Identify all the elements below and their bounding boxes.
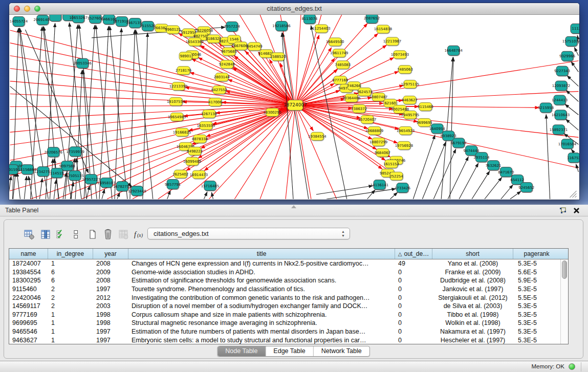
graph-node-label: 116753 bbox=[567, 156, 579, 160]
graph-node-label: 2718176 bbox=[176, 69, 191, 73]
column-header-pagerank[interactable]: pagerank bbox=[513, 249, 560, 259]
column-header-year[interactable]: year bbox=[93, 249, 128, 259]
network-canvas[interactable]: 1405572420691406106532671527602646616010… bbox=[9, 15, 579, 199]
column-header-title[interactable]: title bbox=[128, 249, 395, 259]
graph-node-label: 10807487 bbox=[369, 95, 387, 99]
graph-node-label: 7957224 bbox=[224, 25, 241, 29]
table-cell: 2008 bbox=[93, 260, 128, 267]
new-column-icon[interactable] bbox=[86, 228, 99, 240]
zoom-window-icon[interactable] bbox=[34, 6, 40, 12]
table-cell: Nakamura et al. (1997) bbox=[432, 328, 513, 335]
graph-node-label: 8471670 bbox=[498, 170, 514, 174]
resize-grip-icon[interactable] bbox=[570, 191, 577, 198]
column-header-short[interactable]: short bbox=[432, 249, 513, 259]
graph-node-label: 16210643 bbox=[552, 113, 570, 117]
table-row[interactable]: 1872400712008Changes of HCN gene express… bbox=[9, 259, 568, 268]
graph-node-label: 12505135 bbox=[66, 174, 83, 178]
table-cell: Yano et al. (2008) bbox=[432, 260, 513, 267]
status-bar: Memory: OK bbox=[0, 361, 588, 372]
graph-node-label: 9215958 bbox=[538, 106, 554, 110]
table-cell: Investigating the contribution of common… bbox=[128, 294, 395, 301]
table-cell: 0 bbox=[395, 302, 432, 310]
graph-node-label: 20206576 bbox=[45, 150, 62, 155]
graph-node-label: 9242848 bbox=[219, 62, 235, 67]
table-cell: 5.9E-5 bbox=[513, 277, 560, 284]
column-header-name[interactable]: name bbox=[9, 249, 48, 259]
table-row[interactable]: 1830029562008Estimation of significance … bbox=[9, 276, 568, 285]
table-row[interactable]: 1456911722003Disruption of a novel membe… bbox=[9, 302, 568, 311]
citation-network-graph[interactable]: 1405572420691406106532671527602646616010… bbox=[9, 15, 579, 199]
network-view-window[interactable]: citations_edges.txt 14055724206914061065… bbox=[9, 3, 579, 200]
graph-node-label: 2087652 bbox=[364, 16, 380, 20]
column-header-out_de[interactable]: △out_de… bbox=[395, 249, 432, 259]
window-title: citations_edges.txt bbox=[9, 3, 579, 14]
graph-node-label: 19384554 bbox=[308, 135, 326, 139]
float-window-icon[interactable] bbox=[558, 206, 568, 215]
table-cell: 2 bbox=[48, 302, 93, 310]
graph-node-label: 10653267 bbox=[69, 16, 87, 20]
graph-node-label: 17016504 bbox=[558, 142, 577, 146]
function-builder-icon[interactable]: f (x) bbox=[132, 228, 147, 240]
minimize-window-icon[interactable] bbox=[24, 6, 30, 12]
table-cell: Wolkin et al. (1998) bbox=[432, 319, 513, 326]
table-row[interactable]: 977716911998Corpus callosum shape and si… bbox=[9, 311, 568, 319]
graph-node-label: 12213987 bbox=[383, 39, 401, 43]
table-row[interactable]: 946554611997Estimation of the future num… bbox=[9, 327, 568, 336]
column-checklist-icon[interactable] bbox=[54, 228, 67, 240]
column-settings-icon[interactable] bbox=[23, 228, 36, 240]
memory-ok-indicator-icon[interactable] bbox=[569, 363, 575, 370]
table-source-value: citations_edges.txt bbox=[154, 230, 209, 237]
graph-node-label: 9474444 bbox=[464, 149, 480, 153]
select-stepper-icon: ▲▼ bbox=[341, 230, 345, 238]
graph-node-label: 20364486 bbox=[342, 96, 360, 100]
graph-node-label: 2935114 bbox=[473, 156, 490, 160]
close-window-icon[interactable] bbox=[14, 6, 20, 12]
table-cell: 0 bbox=[395, 294, 432, 301]
graph-node-label: 16353553 bbox=[197, 124, 215, 128]
close-panel-icon[interactable] bbox=[573, 206, 582, 215]
tab-node-table[interactable]: Node Table bbox=[217, 346, 266, 356]
graph-node-label: 11254403 bbox=[312, 27, 330, 31]
table-cell: 1998 bbox=[93, 311, 128, 318]
graph-node-label: 18807299 bbox=[369, 140, 387, 144]
rows-icon[interactable] bbox=[69, 228, 82, 240]
table-cell: Dudbridge et al. (2008) bbox=[432, 277, 513, 284]
graph-node-label: 1546 bbox=[229, 37, 238, 41]
graph-node-label: 9463627 bbox=[402, 98, 418, 102]
tab-network-table[interactable]: Network Table bbox=[314, 346, 369, 356]
table-row[interactable]: 1938455462009Genome-wide association stu… bbox=[9, 268, 568, 277]
column-header-in_degree[interactable]: in_degree bbox=[48, 249, 93, 259]
table-cell: 9463627 bbox=[9, 337, 48, 344]
table-cell: 22420046 bbox=[9, 294, 48, 301]
table-row[interactable]: 946362711997Embryonic stem cells: a mode… bbox=[9, 336, 568, 344]
graph-node-label: 8498222 bbox=[187, 149, 203, 154]
svg-text:(x): (x) bbox=[137, 232, 143, 238]
scrollbar-thumb[interactable] bbox=[562, 260, 567, 279]
node-attribute-table: namein_degreeyeartitle△out_de…shortpager… bbox=[9, 248, 569, 344]
table-vertical-scrollbar[interactable] bbox=[560, 259, 568, 344]
table-source-select[interactable]: citations_edges.txt ▲▼ bbox=[147, 228, 350, 239]
table-cell: Embryonic stem cells: a model to study s… bbox=[128, 337, 395, 344]
table-cell: 2 bbox=[48, 294, 93, 301]
table-cell: 1997 bbox=[93, 337, 128, 344]
graph-node-label: 7625402 bbox=[172, 172, 188, 177]
table-cell: 9699695 bbox=[9, 319, 48, 326]
graph-node-label: 12975115 bbox=[401, 82, 419, 86]
graph-node[interactable] bbox=[50, 15, 61, 21]
graph-node-label: 20691406 bbox=[34, 18, 52, 22]
delete-column-icon[interactable] bbox=[101, 228, 115, 240]
tab-edge-table[interactable]: Edge Table bbox=[266, 346, 313, 356]
graph-node-label: 417006 bbox=[208, 100, 222, 104]
show-columns-icon[interactable] bbox=[39, 228, 52, 240]
table-cell: 1998 bbox=[93, 319, 128, 326]
table-row[interactable]: 911546021997Tourette syndrome. Phenomeno… bbox=[9, 285, 568, 294]
table-row[interactable]: 969969511998Structural magnetic resonanc… bbox=[9, 319, 568, 327]
graph-node-label: 15751074 bbox=[562, 39, 579, 43]
graph-node-label: 9675685 bbox=[221, 50, 237, 54]
table-cell: de Silva et al. (2003) bbox=[432, 302, 513, 310]
splitter-handle-icon[interactable] bbox=[291, 205, 296, 208]
graph-node-label: 15892371 bbox=[550, 128, 568, 132]
window-titlebar[interactable]: citations_edges.txt bbox=[9, 3, 579, 15]
table-row[interactable]: 2242004622012Investigating the contribut… bbox=[9, 293, 568, 302]
table-cell: 5.3E-5 bbox=[513, 328, 560, 335]
